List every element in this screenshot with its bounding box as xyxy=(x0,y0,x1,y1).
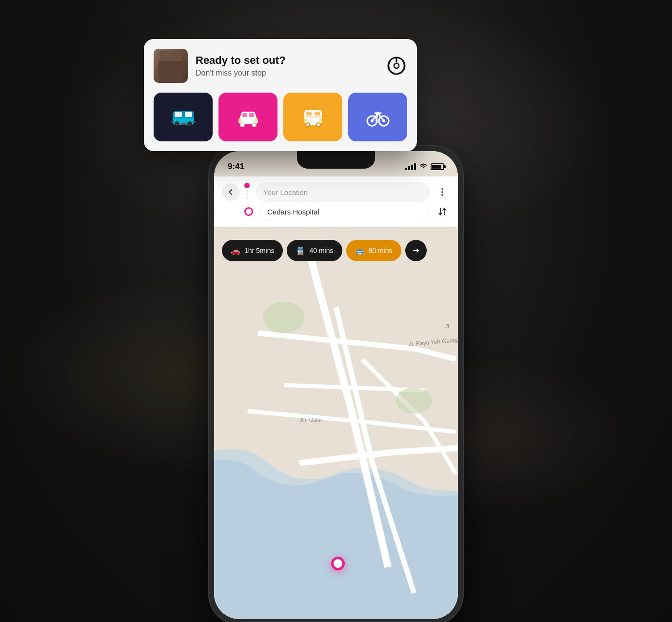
svg-point-5 xyxy=(175,121,179,126)
svg-point-44 xyxy=(441,188,443,190)
svg-point-45 xyxy=(441,191,443,193)
signal-bar-2 xyxy=(408,166,410,170)
svg-rect-30 xyxy=(319,119,322,121)
signal-bars xyxy=(405,163,416,170)
svg-rect-7 xyxy=(180,123,186,125)
svg-point-1 xyxy=(394,63,399,68)
svg-point-27 xyxy=(317,123,320,126)
route-connector xyxy=(247,190,248,200)
svg-point-25 xyxy=(306,123,309,126)
signal-bar-3 xyxy=(411,165,413,170)
status-time: 9:41 xyxy=(228,162,244,172)
svg-rect-22 xyxy=(315,112,320,116)
battery-icon xyxy=(431,163,444,170)
svg-text:Jln. Gatur: Jln. Gatur xyxy=(299,417,322,423)
bus-button[interactable] xyxy=(283,93,342,141)
svg-rect-9 xyxy=(185,112,192,117)
signal-bar-4 xyxy=(414,163,416,170)
destination-input[interactable]: Cedars Hospital xyxy=(259,202,430,221)
svg-text:Jl.: Jl. xyxy=(445,323,451,329)
svg-rect-15 xyxy=(242,113,247,117)
svg-point-38 xyxy=(396,388,433,413)
train-chip[interactable]: 🚆 40 mins xyxy=(287,240,342,261)
svg-point-6 xyxy=(187,121,192,126)
svg-rect-16 xyxy=(249,113,254,117)
svg-rect-28 xyxy=(310,123,316,125)
svg-rect-17 xyxy=(238,119,241,121)
svg-rect-23 xyxy=(304,117,322,117)
bus-chip[interactable]: 🚌 80 mins xyxy=(346,240,401,261)
notification-subtitle: Don't miss your stop xyxy=(196,69,378,78)
swap-button[interactable] xyxy=(435,204,450,219)
svg-rect-29 xyxy=(304,119,307,121)
bike-button[interactable] xyxy=(348,93,407,141)
back-button[interactable] xyxy=(222,183,239,201)
more-options-button[interactable] xyxy=(435,184,450,200)
svg-point-37 xyxy=(263,302,305,333)
status-icons xyxy=(405,163,444,171)
power-icon xyxy=(386,55,407,77)
car-chip[interactable]: 🚗 1hr 5mins xyxy=(222,240,283,261)
phone-frame: 9:41 xyxy=(209,146,463,622)
svg-point-12 xyxy=(241,123,244,126)
svg-rect-18 xyxy=(255,119,258,121)
transport-chips: 🚗 1hr 5mins 🚆 40 mins 🚌 80 mins xyxy=(214,240,458,261)
train-chip-icon: 🚆 xyxy=(296,246,305,255)
bus-chip-icon: 🚌 xyxy=(355,246,365,255)
search-overlay: Your Location xyxy=(214,176,458,227)
car-chip-label: 1hr 5mins xyxy=(244,247,274,254)
notification-header: Ready to set out? Don't miss your stop xyxy=(154,49,407,83)
svg-point-46 xyxy=(441,194,443,196)
phone-mockup: 9:41 xyxy=(209,146,463,622)
phone-screen: 9:41 xyxy=(214,151,458,619)
origin-input[interactable]: Your Location xyxy=(256,182,430,202)
destination-dot xyxy=(244,207,253,216)
svg-rect-8 xyxy=(175,112,182,117)
battery-fill xyxy=(432,165,441,169)
train-button[interactable] xyxy=(154,93,213,141)
car-button[interactable] xyxy=(218,93,277,141)
svg-point-35 xyxy=(376,112,379,115)
svg-point-14 xyxy=(253,123,256,126)
car-chip-icon: 🚗 xyxy=(231,246,240,255)
more-chip[interactable] xyxy=(405,240,427,261)
notification-card: Ready to set out? Don't miss your stop xyxy=(144,39,417,151)
notification-text: Ready to set out? Don't miss your stop xyxy=(196,54,378,78)
origin-dot xyxy=(244,183,250,188)
train-chip-label: 40 mins xyxy=(309,247,333,254)
svg-rect-21 xyxy=(306,112,312,116)
notification-title: Ready to set out? xyxy=(196,54,378,67)
bus-chip-label: 80 mins xyxy=(369,247,393,254)
transport-icons xyxy=(154,93,407,141)
wifi-icon xyxy=(419,163,428,171)
phone-notch xyxy=(297,151,375,169)
notification-thumbnail xyxy=(154,49,188,83)
map-destination-marker xyxy=(331,557,345,570)
signal-bar-1 xyxy=(405,168,407,170)
